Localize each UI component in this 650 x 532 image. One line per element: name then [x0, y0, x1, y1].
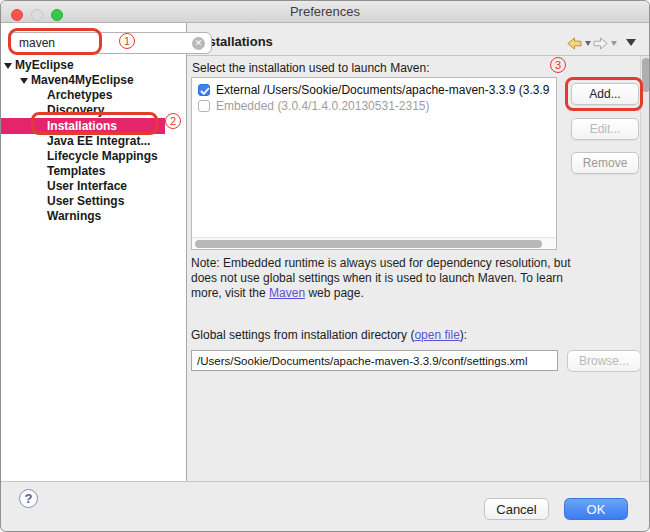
installation-row-embedded[interactable]: Embedded (3.0.4/1.4.0.20130531-2315): [192, 98, 556, 114]
select-installation-label: Select the installation used to launch M…: [192, 61, 429, 75]
preferences-tree: MyEclipse Maven4MyEclipse Archetypes Dis…: [1, 58, 187, 224]
annotation-badge-3: 3: [550, 57, 566, 73]
tree-item-maven4myeclipse[interactable]: Maven4MyEclipse: [1, 73, 187, 88]
disclosure-triangle-icon[interactable]: [4, 63, 12, 69]
note-text: web page.: [305, 286, 364, 300]
tree-item-label: Maven4MyEclipse: [31, 73, 134, 87]
tree-item-user-settings[interactable]: User Settings: [1, 194, 187, 209]
remove-button[interactable]: Remove: [571, 152, 639, 174]
close-button[interactable]: [11, 9, 23, 21]
window-title: Preferences: [1, 1, 649, 22]
tree-item-label: Warnings: [47, 209, 101, 223]
tree-item-label: Archetypes: [47, 88, 112, 102]
help-button[interactable]: ?: [19, 489, 38, 508]
disclosure-triangle-icon[interactable]: [20, 78, 28, 84]
view-menu-icon[interactable]: [626, 39, 636, 46]
annotation-rect-installations: [31, 112, 158, 135]
global-settings-text: ):: [460, 328, 467, 342]
installations-list: External /Users/Sookie/Documents/apache-…: [191, 77, 557, 250]
tree-item-label: MyEclipse: [15, 58, 74, 72]
checkbox-unchecked-icon[interactable]: [198, 100, 210, 112]
forward-arrow-icon: [593, 37, 608, 50]
annotation-rect-search: [8, 28, 102, 55]
ok-button[interactable]: OK: [564, 498, 628, 520]
installation-row-external[interactable]: External /Users/Sookie/Documents/apache-…: [192, 82, 556, 98]
global-settings-label: Global settings from installation direct…: [191, 328, 467, 342]
tree-item-label: User Settings: [47, 194, 124, 208]
back-button[interactable]: [567, 36, 582, 54]
header-separator: [187, 55, 650, 56]
tree-item-label: Lifecycle Mappings: [47, 149, 158, 163]
open-file-link[interactable]: open file: [414, 328, 459, 342]
tree-item-myeclipse[interactable]: MyEclipse: [1, 58, 187, 73]
zoom-button[interactable]: [51, 9, 63, 21]
tree-item-user-interface[interactable]: User Interface: [1, 179, 187, 194]
note-text: Note: Embedded runtime is always used fo…: [191, 256, 571, 300]
tree-item-label: Java EE Integrat...: [47, 134, 150, 148]
back-arrow-icon: [567, 37, 582, 50]
browse-button[interactable]: Browse...: [567, 350, 641, 372]
embedded-runtime-note: Note: Embedded runtime is always used fo…: [191, 256, 571, 301]
forward-history-chevron-icon[interactable]: [611, 41, 617, 46]
footer-separator: [1, 481, 649, 482]
clear-search-icon[interactable]: ✕: [192, 37, 205, 50]
tree-item-label: Templates: [47, 164, 105, 178]
horizontal-scrollbar-thumb[interactable]: [195, 240, 542, 248]
cancel-button[interactable]: Cancel: [484, 498, 549, 520]
annotation-badge-2: 2: [165, 113, 181, 129]
installation-label: Embedded (3.0.4/1.4.0.20130531-2315): [216, 98, 430, 114]
edit-button[interactable]: Edit...: [571, 118, 639, 140]
back-history-chevron-icon[interactable]: [585, 41, 591, 46]
tree-item-lifecycle-mappings[interactable]: Lifecycle Mappings: [1, 149, 187, 164]
annotation-rect-add: [565, 77, 643, 111]
vertical-scrollbar[interactable]: [640, 56, 650, 481]
tree-item-templates[interactable]: Templates: [1, 164, 187, 179]
checkbox-checked-icon[interactable]: [198, 84, 210, 96]
tree-item-archetypes[interactable]: Archetypes: [1, 88, 187, 103]
maven-link[interactable]: Maven: [269, 286, 305, 300]
minimize-button[interactable]: [31, 9, 43, 21]
tree-item-java-ee-integration[interactable]: Java EE Integrat...: [1, 134, 187, 149]
preferences-window: Preferences maven ✕ MyEclipse Maven4MyEc…: [0, 0, 650, 532]
titlebar: Preferences: [1, 1, 649, 23]
tree-item-label: User Interface: [47, 179, 127, 193]
global-settings-text: Global settings from installation direct…: [191, 328, 414, 342]
settings-path-field[interactable]: [191, 350, 558, 371]
forward-button[interactable]: [593, 36, 608, 54]
annotation-badge-1: 1: [119, 33, 135, 49]
tree-item-warnings[interactable]: Warnings: [1, 209, 187, 224]
installation-label: External /Users/Sookie/Documents/apache-…: [216, 82, 550, 98]
horizontal-scrollbar[interactable]: [192, 237, 556, 249]
